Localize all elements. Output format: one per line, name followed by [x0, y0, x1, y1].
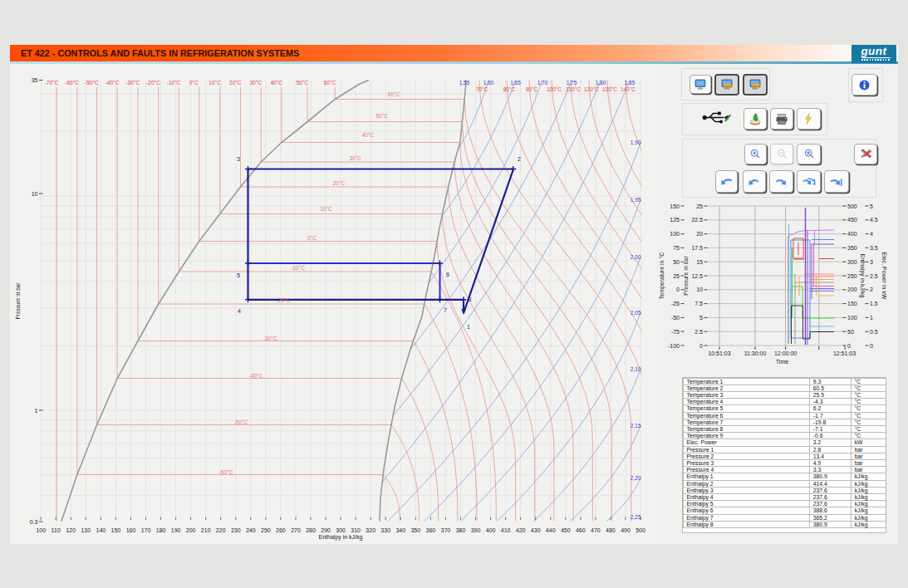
- svg-text:310: 310: [351, 527, 361, 532]
- svg-text:22.5: 22.5: [691, 217, 703, 223]
- svg-text:10:51:03: 10:51:03: [708, 350, 730, 356]
- svg-text:300: 300: [336, 527, 346, 532]
- svg-text:400: 400: [486, 527, 496, 532]
- svg-text:0: 0: [847, 343, 851, 349]
- svg-text:-10°C: -10°C: [291, 265, 305, 271]
- svg-text:210: 210: [201, 527, 211, 532]
- svg-text:100: 100: [670, 231, 680, 237]
- svg-text:240: 240: [246, 527, 256, 532]
- svg-text:4.5: 4.5: [870, 217, 878, 223]
- svg-text:2: 2: [870, 287, 873, 292]
- svg-text:1,60: 1,60: [483, 80, 494, 86]
- svg-text:150: 150: [670, 203, 680, 209]
- svg-text:60°C: 60°C: [324, 80, 336, 86]
- svg-text:0°C: 0°C: [189, 80, 199, 86]
- svg-text:140: 140: [96, 527, 106, 532]
- svg-text:-60°C: -60°C: [65, 80, 79, 86]
- svg-text:1.5: 1.5: [870, 301, 878, 306]
- svg-text:75: 75: [673, 245, 680, 251]
- svg-text:430: 430: [531, 527, 541, 532]
- svg-text:40°C: 40°C: [270, 80, 282, 86]
- svg-text:1: 1: [35, 407, 38, 413]
- svg-text:300: 300: [847, 259, 857, 265]
- svg-text:500: 500: [847, 203, 857, 209]
- svg-text:2,00: 2,00: [631, 254, 641, 260]
- svg-text:2.5: 2.5: [694, 329, 703, 335]
- svg-text:30°C: 30°C: [250, 80, 263, 86]
- svg-text:3.5: 3.5: [870, 245, 878, 251]
- svg-text:100: 100: [36, 527, 46, 532]
- svg-text:250: 250: [847, 273, 857, 279]
- svg-text:290: 290: [321, 527, 331, 532]
- svg-text:Pressure in bar: Pressure in bar: [683, 256, 689, 296]
- svg-text:280: 280: [306, 527, 316, 532]
- svg-text:-30°C: -30°C: [263, 335, 277, 341]
- svg-text:380: 380: [456, 527, 466, 532]
- svg-text:350: 350: [847, 245, 857, 251]
- svg-text:110: 110: [52, 527, 61, 532]
- svg-text:60°C: 60°C: [388, 91, 400, 96]
- svg-text:-40°C: -40°C: [249, 372, 263, 378]
- svg-text:390: 390: [471, 527, 481, 532]
- svg-text:1,55: 1,55: [459, 80, 470, 86]
- svg-text:480: 480: [606, 527, 616, 532]
- svg-text:1,70: 1,70: [537, 80, 548, 86]
- svg-text:7.5: 7.5: [694, 301, 703, 306]
- svg-text:1,90: 1,90: [631, 140, 641, 145]
- svg-text:2.5: 2.5: [870, 273, 878, 279]
- svg-text:330: 330: [380, 527, 390, 532]
- svg-text:-100: -100: [668, 343, 680, 349]
- svg-text:1: 1: [467, 324, 470, 330]
- svg-text:120°C: 120°C: [584, 86, 599, 92]
- svg-text:17.5: 17.5: [691, 245, 703, 251]
- svg-text:420: 420: [516, 527, 526, 532]
- svg-text:400: 400: [847, 231, 857, 237]
- svg-text:11:30:00: 11:30:00: [744, 350, 767, 356]
- svg-text:Enthalpy in kJ/kg: Enthalpy in kJ/kg: [319, 534, 363, 541]
- svg-text:1: 1: [870, 315, 873, 321]
- svg-text:20°C: 20°C: [333, 179, 346, 185]
- svg-text:50°C: 50°C: [297, 80, 309, 86]
- svg-text:125: 125: [670, 217, 680, 223]
- svg-text:25: 25: [696, 203, 703, 209]
- svg-text:-50°C: -50°C: [234, 419, 248, 424]
- svg-text:150: 150: [111, 527, 121, 532]
- svg-text:340: 340: [395, 527, 405, 532]
- svg-text:35: 35: [32, 77, 38, 83]
- svg-text:12:00:00: 12:00:00: [774, 350, 797, 356]
- svg-text:0: 0: [676, 287, 680, 292]
- svg-text:4: 4: [238, 307, 241, 313]
- svg-text:-25: -25: [671, 301, 680, 306]
- svg-text:3: 3: [870, 259, 873, 265]
- svg-text:Time: Time: [776, 359, 788, 365]
- svg-text:25: 25: [673, 273, 680, 279]
- svg-text:5: 5: [870, 203, 873, 209]
- svg-text:2,05: 2,05: [631, 310, 641, 316]
- svg-text:260: 260: [276, 527, 286, 532]
- svg-text:120: 120: [66, 527, 76, 532]
- svg-text:110°C: 110°C: [566, 86, 581, 92]
- svg-text:360: 360: [426, 527, 436, 532]
- svg-text:220: 220: [216, 527, 226, 532]
- svg-text:50: 50: [847, 329, 854, 335]
- svg-text:0.3: 0.3: [30, 518, 38, 524]
- svg-text:270: 270: [291, 527, 301, 532]
- svg-text:-60°C: -60°C: [219, 468, 233, 474]
- svg-text:-50°C: -50°C: [85, 80, 99, 86]
- svg-text:130: 130: [81, 527, 91, 532]
- svg-text:20°C: 20°C: [229, 80, 242, 86]
- svg-text:470: 470: [591, 527, 601, 532]
- svg-text:5: 5: [699, 315, 703, 321]
- svg-text:250: 250: [261, 527, 271, 532]
- svg-text:2: 2: [518, 155, 521, 161]
- svg-text:-10°C: -10°C: [167, 80, 181, 86]
- svg-text:-40°C: -40°C: [106, 80, 120, 86]
- svg-text:180: 180: [156, 527, 166, 532]
- svg-text:40°C: 40°C: [362, 131, 375, 137]
- svg-text:80°C: 80°C: [503, 86, 516, 92]
- svg-text:-75: -75: [671, 329, 680, 335]
- svg-text:4: 4: [870, 231, 873, 237]
- svg-text:-70°C: -70°C: [45, 80, 59, 86]
- svg-text:370: 370: [441, 527, 451, 532]
- svg-text:100: 100: [847, 315, 857, 321]
